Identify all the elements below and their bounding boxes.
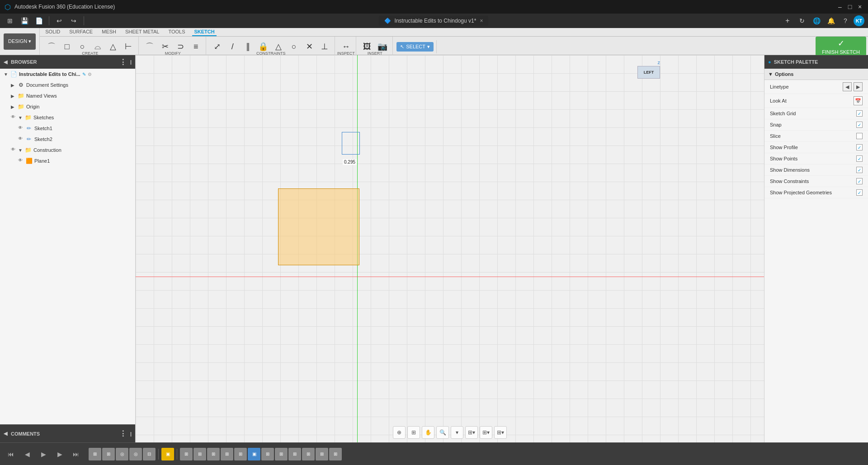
triangle-tool-btn[interactable]: △ [106,38,120,55]
snap-checkbox[interactable] [856,122,863,128]
viewport[interactable]: 0.295 Z LEFT ⊕ ⊞ ✋ 🔍 ▾ ⊞▾ ⊞▾ ⊞▾ [136,55,764,442]
tree-item-construction[interactable]: 👁 ▼ 📁 Construction [0,145,135,155]
collapse-browser-icon[interactable]: ◀ [4,59,7,65]
comments-options-icon[interactable]: ⋮ [119,429,127,438]
showconstraints-checkbox[interactable] [856,178,863,184]
timeline-play-btn[interactable]: ▶ [36,447,51,461]
snap-grid-btn[interactable]: ⊕ [393,426,406,439]
lookat-button[interactable]: 📅 [854,96,863,105]
palette-options-header[interactable]: ▼ Options [764,69,868,80]
user-avatar[interactable]: KT [854,15,864,26]
showprojected-checkbox[interactable] [856,189,863,196]
view-options-btn[interactable]: ⊞▾ [465,426,478,439]
showdimensions-checkbox[interactable] [856,167,863,173]
timeline-item-16[interactable]: ⊞ [302,448,315,460]
timeline-item-2[interactable]: ⊞ [102,448,115,460]
dimension-btn[interactable]: ⤢ [210,38,224,55]
timeline-item-17[interactable]: ⊞ [316,448,328,460]
fillet-btn[interactable]: ⌒ [142,38,157,55]
tree-item-origin[interactable]: ▶ 📁 Origin [0,101,135,112]
tab-tools[interactable]: TOOLS [166,28,187,36]
timeline-item-14[interactable]: ⊞ [275,448,288,460]
nav-cube[interactable]: Z LEFT [637,61,665,88]
linetype-next-btn[interactable]: ▶ [854,82,863,91]
construction-eye-icon[interactable]: 👁 [11,147,17,153]
timeline-item-10[interactable]: ⊞ [221,448,233,460]
linetype-prev-btn[interactable]: ◀ [843,82,852,91]
sketch1-eye-icon[interactable]: 👁 [18,125,24,132]
rect-tool-btn[interactable]: □ [60,38,74,55]
cross-btn[interactable]: ✕ [302,38,316,55]
zoom-btn[interactable]: 🔍 [436,426,449,439]
new-tab-button[interactable]: + [781,14,794,27]
timeline-item-9[interactable]: ⊞ [207,448,220,460]
tab-mesh[interactable]: MESH [100,28,118,36]
grid-options-btn[interactable]: ⊞▾ [480,426,492,439]
showpoints-checkbox[interactable] [856,155,863,162]
timeline-item-6[interactable]: ▣ [161,448,174,460]
timeline-item-12[interactable]: ▣ [248,448,260,460]
timeline-next-btn[interactable]: ▶ [52,447,67,461]
sketchgrid-checkbox[interactable] [856,110,863,117]
web-button[interactable]: 🌐 [810,14,823,27]
timeline-item-15[interactable]: ⊞ [288,448,301,460]
maximize-button[interactable]: □ [846,3,854,10]
showprofile-checkbox[interactable] [856,144,863,150]
extend-tool-btn[interactable]: ⊢ [121,38,136,55]
timeline-end-btn[interactable]: ⏭ [69,447,83,461]
zoom-dropdown-btn[interactable]: ▾ [451,426,463,439]
line-tool-btn[interactable]: ⌒ [44,38,59,55]
save-button[interactable]: 💾 [18,14,31,27]
timeline-item-3[interactable]: ◎ [116,448,128,460]
display-settings-btn[interactable]: ⊞▾ [494,426,507,439]
collinear-btn[interactable]: ‖ [241,38,255,55]
nav-cube-face[interactable]: LEFT [637,66,660,79]
mirror-btn[interactable]: ≡ [189,38,203,55]
timeline-item-11[interactable]: ⊞ [234,448,247,460]
timeline-item-1[interactable]: ⊞ [89,448,101,460]
browser-expand-icon[interactable]: | [130,59,132,65]
tree-item-namedviews[interactable]: ▶ 📁 Named Views [0,90,135,101]
help-button[interactable]: ? [839,14,852,27]
tree-item-sketches[interactable]: 👁 ▼ 📁 Sketches [0,112,135,123]
tab-sheetmetal[interactable]: SHEET METAL [123,28,161,36]
timeline-prev-btn[interactable]: ◀ [20,447,34,461]
timeline-start-btn[interactable]: ⏮ [4,447,18,461]
coincident-btn[interactable]: / [225,38,240,55]
refresh-button[interactable]: ↻ [796,14,808,27]
collapse-comments-icon[interactable]: ◀ [4,431,7,437]
design-mode-button[interactable]: DESIGN ▾ [4,33,36,50]
tree-item-sketch1[interactable]: 👁 ✏ Sketch1 [0,123,135,134]
minimize-button[interactable]: – [836,3,844,10]
browser-options-icon[interactable]: ⋮ [119,58,127,66]
tree-item-docsettings[interactable]: ▶ ⚙ Document Settings [0,80,135,90]
grid-menu-button[interactable]: ⊞ [4,14,16,27]
sketch2-eye-icon[interactable]: 👁 [18,136,24,142]
tree-item-root[interactable]: ▼ 📄 Instructable Edits to Chi... ✎ ⚙ [0,69,135,80]
tree-item-sketch2[interactable]: 👁 ✏ Sketch2 [0,134,135,145]
timeline-item-8[interactable]: ⊞ [193,448,206,460]
select-mode-btn[interactable]: ↖ SELECT ▾ [396,42,434,52]
pan-btn[interactable]: ✋ [422,426,434,439]
finish-sketch-button[interactable]: ✓ FINISH SKETCH [816,37,866,56]
perp-btn[interactable]: ⊥ [317,38,332,55]
plane1-eye-icon[interactable]: 👁 [18,158,24,164]
sketches-eye-icon[interactable]: 👁 [11,114,17,121]
tree-item-plane1[interactable]: 👁 🟧 Plane1 [0,155,135,166]
file-button[interactable]: 📄 [33,14,45,27]
display-mode-btn[interactable]: ⊞ [407,426,420,439]
comments-expand-icon[interactable]: | [130,431,132,437]
tab-solid[interactable]: SOLID [43,28,62,36]
timeline-item-7[interactable]: ⊞ [180,448,193,460]
tab-close-icon[interactable]: × [480,18,483,24]
close-button[interactable]: × [856,3,863,10]
timeline-item-4[interactable]: ◎ [129,448,142,460]
root-edit-icon[interactable]: ✎ [82,72,86,77]
timeline-item-13[interactable]: ⊞ [261,448,274,460]
root-settings-icon[interactable]: ⚙ [88,72,92,77]
slice-checkbox[interactable] [856,133,863,139]
timeline-item-18[interactable]: ⊞ [329,448,342,460]
undo-button[interactable]: ↩ [53,14,66,27]
redo-button[interactable]: ↪ [67,14,80,27]
tab-sketch[interactable]: SKETCH [192,28,216,36]
